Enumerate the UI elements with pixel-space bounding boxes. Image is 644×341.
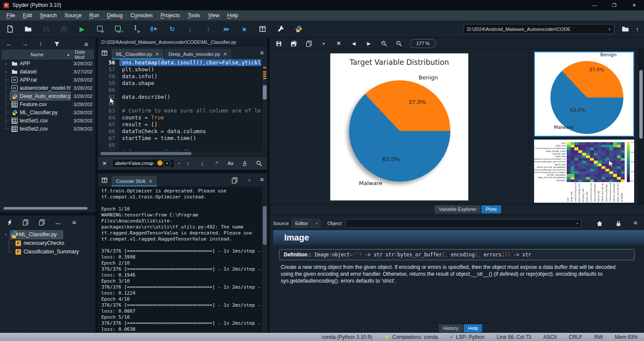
close-tab-icon[interactable]: ✕ [155, 52, 159, 57]
menu-item-projects[interactable]: Projects [157, 12, 184, 18]
file-row[interactable]: Deep_Auto_encoder.py3/28/202 [2, 92, 94, 100]
case-sensitive-toggle-icon[interactable]: Aa [227, 159, 234, 167]
copy-plot-icon[interactable] [305, 40, 313, 47]
menu-item-view[interactable]: View [204, 12, 223, 18]
zoom-in-icon[interactable]: + [380, 40, 388, 47]
browse-tabs-icon[interactable] [100, 49, 108, 57]
object-combo[interactable]: ▾ [345, 219, 581, 228]
console-output[interactable]: tf.train.Optimizer is deprecated. Please… [98, 186, 261, 332]
outline-item[interactable]: F Classification_Summary [2, 247, 94, 256]
whole-words-toggle-icon[interactable]: A [241, 159, 249, 167]
editor-options-menu-icon[interactable]: ≡ [260, 49, 264, 56]
column-date-modified[interactable]: Date Mod [72, 49, 93, 60]
working-directory-input[interactable]: D:\2024\Android_Malware_Autoencoder\CODE… [463, 24, 614, 34]
more-options-icon[interactable]: … [54, 218, 62, 226]
file-row[interactable]: 01APP.rar3/28/202 [2, 76, 94, 84]
tab-history[interactable]: History [439, 324, 463, 332]
browse-tabs-icon[interactable] [100, 176, 108, 184]
console-vertical-scrollbar[interactable] [261, 186, 267, 332]
thumbnails-scrollbar[interactable] [638, 49, 644, 204]
remove-all-plots-icon[interactable]: ✕ [335, 40, 343, 47]
chevron-right-icon[interactable]: › [2, 69, 10, 74]
find-next-icon[interactable]: ↓ [198, 159, 206, 167]
tab-plots[interactable]: Plots [481, 205, 501, 213]
preferences-icon[interactable] [276, 24, 285, 34]
file-row[interactable]: testSet2.csv3/28/202 [2, 125, 94, 133]
regex-toggle-icon[interactable]: .* [213, 159, 220, 167]
previous-plot-icon[interactable]: ◀ [350, 40, 358, 47]
file-row[interactable]: ›dataset3/27/202 [2, 67, 94, 76]
options-menu-icon[interactable]: ≡ [70, 218, 78, 226]
editor-horizontal-scrollbar[interactable] [98, 150, 267, 157]
re-run-cell-icon[interactable]: ↻ [167, 24, 177, 34]
maximize-pane-icon[interactable] [258, 24, 267, 34]
tab-help[interactable]: Help [464, 324, 483, 332]
outline-root[interactable]: › ML_Classifier.py [2, 230, 94, 239]
column-name[interactable]: Name ▲ [2, 52, 72, 57]
splitter-outline[interactable] [0, 212, 95, 216]
menu-item-tools[interactable]: Tools [184, 12, 204, 18]
thumbnail-heatmap[interactable]: classSEND_SMSandroid.telephony.SmsManage… [534, 140, 634, 203]
find-history-icon[interactable]: ▾ [178, 161, 180, 165]
continue-execution-icon[interactable]: ▶▶ [222, 24, 231, 34]
menu-item-help[interactable]: Help [223, 12, 242, 18]
editor-vertical-scrollbar[interactable] [261, 59, 267, 150]
menu-item-edit[interactable]: Edit [19, 12, 36, 18]
code-editor[interactable]: 56sns.heatmap(data.isnull(),cbar=False,y… [98, 59, 267, 150]
copy-icon[interactable] [231, 176, 239, 184]
menu-item-search[interactable]: Search [36, 12, 61, 18]
plots-zoom-level[interactable]: 177 % [410, 39, 436, 48]
file-row[interactable]: 01autoencoder_model.h53/28/202 [2, 84, 94, 92]
run-file-icon[interactable]: ▶ [77, 24, 87, 34]
menu-item-debug[interactable]: Debug [103, 12, 127, 18]
step-out-icon[interactable]: ↑ [204, 24, 213, 34]
menu-item-run[interactable]: Run [85, 12, 103, 18]
file-row[interactable]: testSet1.csv3/28/202 [2, 116, 94, 125]
new-file-icon[interactable] [5, 24, 15, 34]
next-plot-icon[interactable]: ▶ [365, 40, 373, 47]
splitter-console[interactable] [98, 170, 267, 174]
outline-item[interactable]: F necessaryChecks [2, 239, 94, 247]
run-cell-icon[interactable]: ▶ [95, 24, 105, 34]
maximize-button[interactable]: ❐ [605, 0, 624, 10]
python-path-manager-icon[interactable] [294, 24, 303, 34]
stop-debugging-icon[interactable]: ■ [240, 24, 249, 34]
chevron-down-icon[interactable]: ▾ [608, 27, 611, 31]
save-all-icon[interactable] [59, 24, 69, 34]
back-icon[interactable]: ← [5, 40, 13, 48]
forward-icon[interactable]: → [21, 40, 29, 48]
parent-directory-icon[interactable]: ↑ [37, 40, 45, 48]
find-previous-icon[interactable]: ↑ [184, 159, 192, 167]
save-plot-icon[interactable] [275, 40, 283, 47]
run-cell-advance-icon[interactable]: ▶▸ [113, 24, 123, 34]
go-to-cursor-icon[interactable] [5, 218, 13, 226]
files-horizontal-scrollbar[interactable] [2, 206, 94, 210]
close-button[interactable]: ✕ [624, 0, 644, 10]
minimize-button[interactable]: — [585, 0, 605, 10]
file-row[interactable]: ML_Classifier.py3/28/202 [2, 108, 94, 116]
thumbnail-pie-selected[interactable]: Benign 37.0% 63.0% Malware [534, 52, 634, 137]
file-row[interactable]: Feature.csv3/28/202 [2, 100, 94, 108]
close-tab-icon[interactable]: ✕ [149, 179, 152, 184]
console-options-menu-icon[interactable]: ≡ [260, 176, 264, 184]
interrupt-kernel-icon[interactable]: ▪ [246, 176, 253, 184]
file-row[interactable]: ›APP3/28/202 [2, 59, 94, 67]
open-file-icon[interactable] [23, 24, 33, 34]
run-to-line-icon[interactable]: ▶ [149, 24, 159, 34]
chevron-right-icon[interactable]: › [2, 61, 10, 66]
tab-variable-explorer[interactable]: Variable Explorer [434, 205, 480, 213]
remove-plot-icon[interactable]: ▪ [320, 40, 328, 47]
zoom-out-icon[interactable]: − [395, 40, 403, 47]
filter-icon[interactable] [53, 40, 61, 48]
step-into-icon[interactable]: ↓ [185, 24, 195, 34]
close-find-icon[interactable]: ✕ [102, 160, 107, 167]
editor-tab[interactable]: ML_Classifier.py✕ [112, 49, 164, 59]
save-file-icon[interactable] [41, 24, 51, 34]
help-options-menu-icon[interactable]: ≡ [634, 219, 637, 227]
editor-tab[interactable]: Deep_Auto_encoder.py✕ [164, 49, 231, 59]
expand-all-icon[interactable] [38, 218, 46, 226]
options-menu-icon[interactable]: ≡ [82, 40, 90, 48]
menu-item-source[interactable]: Source [61, 12, 85, 18]
console-tab[interactable]: Console 26/A ✕ [112, 176, 157, 186]
collapse-all-icon[interactable] [21, 218, 29, 226]
